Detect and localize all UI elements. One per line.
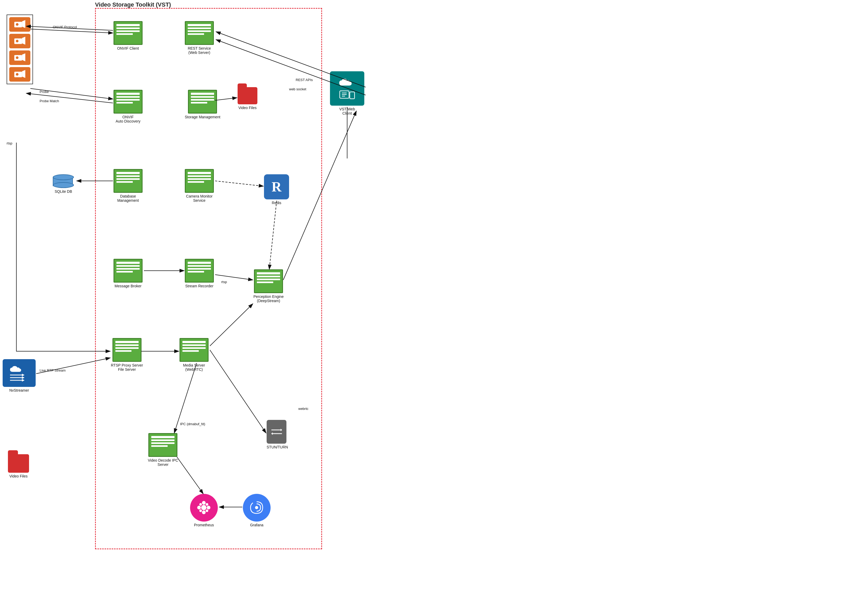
msg-broker-icon [113,259,143,282]
nvstreamer-icon [3,359,36,387]
camera-1 [9,17,30,32]
label-webrtc: webrtc [298,407,308,411]
rtsp-proxy-icon [112,338,141,362]
svg-marker-18 [22,374,25,376]
stun-turn-label: STUN/TURN [267,445,288,449]
storage-mgmt-icon [188,90,217,113]
media-server-icon [180,338,209,362]
sqlite-db-icon [53,174,74,188]
svg-marker-7 [22,53,25,61]
redis-symbol: R [272,179,282,195]
stun-turn-icon [267,420,287,443]
svg-point-2 [16,23,19,26]
vst-web-client-wrap: VST WebClient [330,71,364,115]
sqlite-db-label: SQLite DB [53,189,74,194]
label-rest-apis: REST APIs [296,78,313,82]
msg-broker-label: Message Broker [115,284,141,288]
camera-monitor-wrap: Camera MonitorService [185,169,214,203]
db-mgmt-wrap: DatabaseManagement [113,169,143,203]
stream-recorder-wrap: Stream Recorder [185,259,214,288]
stun-turn-arrows [270,425,283,439]
grafana-symbol [248,499,265,516]
camera-monitor-icon [185,169,214,193]
onvif-discovery-icon [113,90,143,113]
rtsp-proxy-label: RTSP Proxy ServerFile Server [111,363,143,372]
label-onvif-protocol: ONVIF Protocol [53,25,77,29]
onvif-discovery-wrap: ONVIFAuto Discovery [113,90,143,123]
video-decode-wrap: Video Decode IPCServer [148,433,178,467]
nvstreamer-symbol [8,364,31,382]
redis-wrap: R Redis [264,174,289,205]
svg-marker-34 [281,429,282,431]
camera-monitor-label: Camera MonitorService [186,194,212,203]
svg-marker-4 [22,36,25,44]
diagram: Video Storage Toolkit (VST) [0,0,868,614]
svg-point-30 [199,509,202,512]
nvstreamer-wrap: NvStreamer [3,359,36,392]
camera-2 [9,34,30,48]
storage-mgmt-wrap: Storage Management [185,90,220,119]
video-files-vst-folder [237,87,257,104]
video-files-vst-wrap: Video Files [237,87,257,110]
prometheus-wrap: Prometheus [190,494,218,527]
video-files-local-label: Video Files [8,474,29,478]
label-rtsp2: rtsp [221,280,227,284]
svg-point-26 [197,506,201,509]
video-files-vst-label: Video Files [237,105,257,110]
camera-group [6,14,33,84]
cloud-icon [338,78,356,88]
rest-service-icon [185,21,214,45]
grafana-label: Grafana [243,523,271,527]
video-decode-label: Video Decode IPCServer [148,458,178,467]
svg-point-28 [199,503,202,506]
video-files-local-folder [8,454,29,473]
svg-point-24 [202,501,206,505]
vst-title: Video Storage Toolkit (VST) [95,1,171,8]
perception-engine-icon [254,269,283,293]
camera-4 [9,67,30,82]
svg-point-5 [16,40,19,42]
svg-point-32 [255,506,258,509]
rest-service-label: REST Service(Web Server) [188,46,211,55]
label-rtsp: rtsp [6,141,12,145]
redis-label: Redis [264,201,289,205]
perception-engine-wrap: Perception Engine(DeepStream) [253,269,284,303]
video-files-local-wrap: Video Files [8,454,29,478]
label-websocket: web socket [289,87,306,91]
camera-3 [9,50,30,65]
svg-point-27 [207,506,211,509]
svg-marker-36 [271,432,273,435]
stream-recorder-icon [185,259,214,282]
prometheus-icon [190,494,218,522]
db-mgmt-icon [113,169,143,193]
svg-marker-1 [22,20,25,28]
prometheus-label: Prometheus [190,523,218,527]
onvif-discovery-label: ONVIFAuto Discovery [116,115,140,123]
stream-recorder-label: Stream Recorder [185,284,214,288]
onvif-client-icon [113,21,143,45]
label-live-rtp: Live RTP Stream [40,368,66,372]
grafana-wrap: Grafana [243,494,271,527]
svg-rect-16 [350,92,355,99]
stun-turn-wrap: STUN/TURN [267,420,288,449]
media-server-label: Media Server(WebRTC) [183,363,205,372]
db-mgmt-label: DatabaseManagement [117,194,139,203]
rtsp-proxy-wrap: RTSP Proxy ServerFile Server [111,338,143,372]
svg-point-8 [16,56,19,59]
sqlite-db-wrap: SQLite DB [53,174,74,194]
grafana-icon [243,494,271,522]
prometheus-symbol [195,499,212,516]
svg-marker-22 [22,379,25,381]
media-server-wrap: Media Server(WebRTC) [180,338,209,372]
msg-broker-wrap: Message Broker [113,259,143,288]
svg-point-23 [201,505,206,510]
svg-marker-20 [22,376,25,379]
screen-icon [339,90,355,99]
video-decode-icon [148,433,177,457]
svg-point-31 [206,509,208,512]
svg-point-11 [16,73,19,76]
vst-web-client-icon [330,71,364,105]
onvif-client-wrap: ONVIF Client [113,21,143,50]
perception-engine-label: Perception Engine(DeepStream) [253,295,284,303]
storage-mgmt-label: Storage Management [185,115,220,119]
